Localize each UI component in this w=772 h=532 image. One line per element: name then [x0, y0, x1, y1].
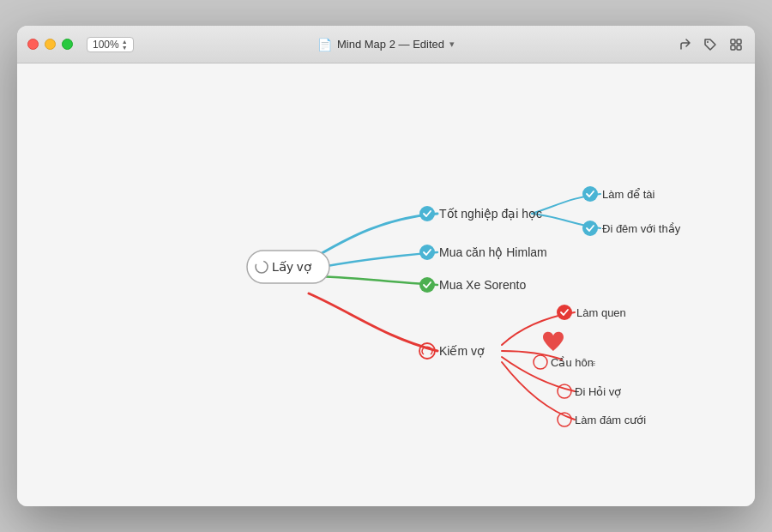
tag-button[interactable] [702, 36, 719, 53]
svg-point-11 [582, 221, 598, 236]
svg-rect-2 [737, 39, 741, 44]
titlebar: 100% ▲ ▼ 📄 Mind Map 2 — Edited ▾ [17, 26, 755, 63]
node-di-dem: Đi đêm với thầy [602, 222, 681, 235]
node-mua-xe: Mua Xe Sorento [439, 278, 526, 292]
heart-icon [543, 332, 564, 351]
svg-point-7 [419, 206, 435, 221]
canvas[interactable]: Lấy vợ Tốt nghiệp đại học Mua căn hộ Him… [17, 63, 755, 506]
svg-point-10 [582, 186, 598, 202]
zoom-stepper[interactable]: ▲ ▼ [122, 39, 128, 51]
center-node-label: Lấy vợ [272, 259, 312, 274]
minimize-button[interactable] [45, 39, 56, 50]
node-di-hoi-vo: Đi Hỏi vợ [575, 385, 621, 398]
toolbar-left: 100% ▲ ▼ [87, 37, 134, 52]
traffic-lights [27, 39, 73, 50]
window-title: Mind Map 2 — Edited [337, 38, 444, 51]
svg-rect-4 [737, 45, 741, 50]
toolbar-right [676, 36, 745, 53]
svg-text:≡: ≡ [590, 358, 595, 368]
svg-point-0 [707, 41, 709, 43]
maximize-button[interactable] [62, 39, 73, 50]
share-button[interactable] [676, 36, 693, 53]
app-window: 100% ▲ ▼ 📄 Mind Map 2 — Edited ▾ [17, 26, 755, 506]
node-lam-dam-cuoi: Làm đám cưới [575, 414, 646, 426]
node-cau-hon: Cầu hôn [551, 356, 594, 369]
node-mua-can-ho: Mua căn hộ Himlam [439, 245, 547, 259]
svg-point-13 [557, 305, 572, 320]
svg-point-14 [534, 355, 547, 369]
chevron-down-icon[interactable]: ▾ [449, 39, 455, 50]
titlebar-center: 📄 Mind Map 2 — Edited ▾ [317, 38, 455, 51]
zoom-control[interactable]: 100% ▲ ▼ [87, 37, 134, 52]
svg-rect-3 [731, 45, 735, 50]
document-icon: 📄 [317, 38, 332, 51]
zoom-value: 100% [93, 39, 119, 51]
svg-point-8 [419, 245, 435, 260]
svg-rect-1 [731, 39, 735, 44]
node-tot-nghiep: Tốt nghiệp đại học [439, 207, 542, 221]
svg-point-9 [419, 277, 435, 293]
fullscreen-button[interactable] [727, 36, 745, 53]
node-lam-quen: Làm quen [576, 306, 626, 319]
close-button[interactable] [27, 39, 39, 50]
node-kiem-vo: Kiếm vợ [439, 344, 485, 358]
node-lam-de-tai: Làm để tài [602, 188, 655, 201]
svg-point-16 [558, 384, 571, 398]
